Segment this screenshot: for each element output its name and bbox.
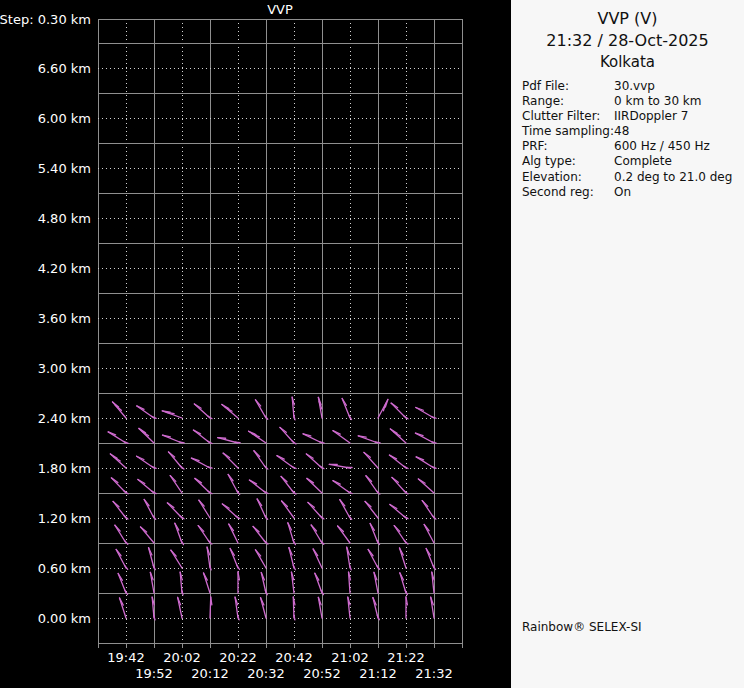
wind-barb	[169, 452, 184, 469]
field-label: Alg type:	[522, 154, 614, 169]
wind-barb	[111, 478, 128, 494]
wind-barb	[207, 547, 211, 570]
wind-barb	[416, 457, 436, 468]
field-label: Pdf File:	[522, 79, 614, 94]
x-axis-label: 20:22	[219, 650, 256, 665]
wind-barb	[418, 479, 434, 493]
wind-barb	[223, 453, 238, 468]
info-panel: VVP (V) 21:32 / 28-Oct-2025 Kolkata Pdf …	[511, 0, 744, 688]
field-label: Range:	[522, 94, 614, 109]
wind-barb	[118, 574, 127, 595]
x-axis-label: 20:02	[163, 650, 200, 665]
y-axis-label: 4.80 km	[38, 211, 91, 226]
wind-barb	[171, 550, 182, 568]
wind-barb	[416, 408, 436, 419]
wind-barb	[292, 397, 295, 420]
field-value: 0 km to 30 km	[614, 94, 702, 109]
wind-barb	[406, 597, 407, 618]
field-row: Time sampling:48	[522, 124, 740, 139]
panel-site: Kolkata	[511, 53, 744, 71]
wind-barb	[390, 505, 408, 519]
x-axis-label: 21:32	[415, 666, 452, 681]
x-axis-label: 21:22	[387, 650, 424, 665]
field-value: 0.2 deg to 21.0 deg	[614, 170, 732, 185]
wind-barb	[141, 527, 154, 543]
wind-barb	[313, 549, 322, 568]
wind-barb	[229, 524, 238, 543]
wind-barb	[340, 500, 352, 520]
field-value: 30.vvp	[614, 79, 655, 94]
wind-barb	[152, 597, 155, 620]
y-axis-label: 1.20 km	[38, 511, 91, 526]
field-value: 600 Hz / 450 Hz	[614, 139, 710, 154]
wind-barb	[358, 436, 380, 443]
wind-barb	[170, 476, 182, 493]
x-axis-label: 20:42	[275, 650, 312, 665]
y-axis-label: 3.60 km	[38, 311, 91, 326]
wind-barb	[415, 433, 436, 443]
wind-barb	[194, 404, 212, 419]
field-row: Clutter Filter:IIRDoppler 7	[522, 109, 740, 124]
wind-barb	[391, 403, 408, 419]
field-list: Pdf File:30.vvpRange:0 km to 30 kmClutte…	[522, 79, 740, 200]
x-axis-label: 20:52	[303, 666, 340, 681]
y-axis-label: 2.40 km	[38, 411, 91, 426]
wind-barb	[390, 429, 406, 443]
plot-title: VVP	[267, 2, 293, 17]
y-axis-label: 5.40 km	[38, 161, 91, 176]
step-label: Step: 0.30 km	[0, 12, 91, 27]
field-row: Second reg:On	[522, 185, 740, 200]
wind-barb	[342, 399, 351, 420]
wind-barb	[210, 597, 212, 618]
wind-barb	[150, 572, 154, 593]
wind-barb	[333, 431, 350, 443]
y-axis-label: 1.80 km	[38, 461, 91, 476]
wind-barb	[137, 456, 157, 468]
wind-barb	[365, 501, 378, 518]
wind-barb	[193, 430, 212, 443]
wind-barb	[293, 597, 295, 620]
wind-barb	[282, 501, 294, 518]
wind-barb	[277, 456, 296, 469]
wind-barb	[204, 573, 210, 593]
wind-barb	[249, 480, 268, 493]
wind-barb	[222, 405, 238, 418]
y-axis-label: 6.00 km	[38, 111, 91, 126]
wind-barb	[338, 526, 350, 543]
field-value: 48	[614, 124, 629, 139]
wind-barb	[261, 598, 266, 618]
field-label: Elevation:	[522, 170, 614, 185]
wind-barb	[249, 431, 266, 443]
wind-barb	[318, 597, 322, 618]
field-row: Pdf File:30.vvp	[522, 79, 740, 94]
field-row: PRF:600 Hz / 450 Hz	[522, 139, 740, 154]
wind-barb	[228, 474, 240, 494]
x-axis-label: 19:52	[135, 666, 172, 681]
panel-title: VVP (V)	[511, 9, 744, 28]
wind-barb	[178, 597, 182, 618]
y-axis-label: 3.00 km	[38, 361, 91, 376]
vvp-plot-svg: VVPStep: 0.30 km6.60 km6.00 km5.40 km4.8…	[0, 0, 511, 688]
field-label: Second reg:	[522, 185, 614, 200]
field-value: On	[614, 185, 631, 200]
field-label: Clutter Filter:	[522, 109, 614, 124]
wind-barb	[110, 454, 126, 468]
field-row: Alg type:Complete	[522, 154, 740, 169]
field-row: Range:0 km to 30 km	[522, 94, 740, 109]
wind-barb	[137, 406, 156, 418]
wind-barb	[175, 523, 184, 544]
wind-barb	[108, 432, 128, 443]
wind-barb	[167, 503, 184, 519]
wind-barb	[235, 597, 239, 620]
vvp-window: VVPStep: 0.30 km6.60 km6.00 km5.40 km4.8…	[0, 0, 744, 688]
wind-barb	[389, 455, 408, 468]
wind-barb	[364, 452, 378, 468]
wind-barb	[238, 572, 239, 593]
wind-barb	[288, 523, 296, 545]
x-axis-label: 21:02	[331, 650, 368, 665]
x-axis-label: 20:12	[191, 666, 228, 681]
wind-barb	[113, 402, 126, 418]
wind-barb	[113, 501, 128, 519]
wind-barb	[180, 572, 183, 595]
wind-barb	[162, 411, 182, 418]
